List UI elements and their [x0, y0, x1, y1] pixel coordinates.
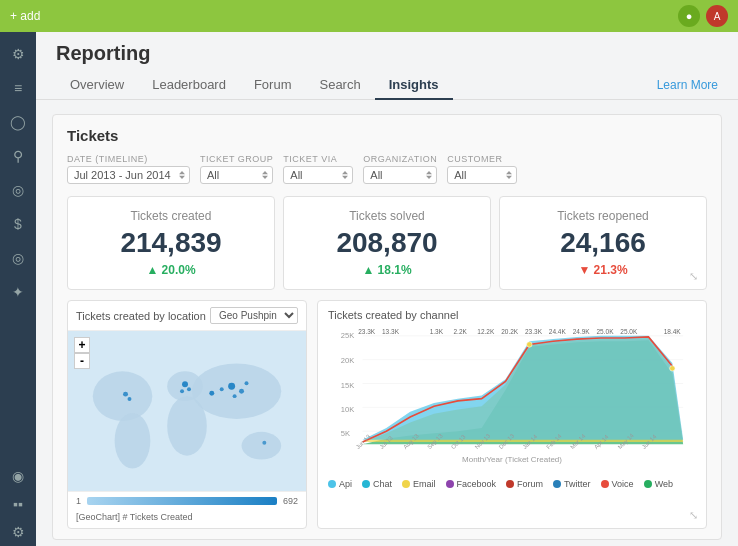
tickets-reopened-value: 24,166 — [514, 227, 692, 259]
date-filter-label: DATE (TIMELINE) — [67, 154, 190, 164]
tab-forum[interactable]: Forum — [240, 71, 306, 100]
customer-select[interactable]: All — [447, 166, 517, 184]
layout: ⚙ ≡ ◯ ⚲ ◎ $ ◎ ✦ ◉ ▪▪ ⚙ Reporting Overvie… — [0, 32, 738, 546]
sidebar-circle-icon[interactable]: ◎ — [4, 244, 32, 272]
tickets-title: Tickets — [67, 127, 707, 144]
tickets-reopened-card: Tickets reopened 24,166 ▼ 21.3% ⤡ — [499, 196, 707, 290]
svg-text:1.3K: 1.3K — [430, 328, 444, 335]
svg-point-13 — [233, 394, 237, 398]
legend-api: Api — [328, 479, 352, 489]
date-filter-group: DATE (TIMELINE) Jul 2013 - Jun 2014 — [67, 154, 190, 184]
sidebar-gear-icon[interactable]: ⚙ — [4, 518, 32, 546]
sidebar-globe-icon[interactable]: ◎ — [4, 176, 32, 204]
tickets-solved-change: ▲ 18.1% — [298, 263, 476, 277]
channel-chart-area: 25K 20K 15K 10K 5K — [328, 325, 696, 475]
sidebar-settings-icon[interactable]: ⚙ — [4, 40, 32, 68]
tickets-solved-label: Tickets solved — [298, 209, 476, 223]
sidebar-users-icon[interactable]: ◯ — [4, 108, 32, 136]
legend-web-dot — [644, 480, 652, 488]
svg-point-16 — [209, 391, 214, 396]
legend-email-label: Email — [413, 479, 436, 489]
ticket-via-select[interactable]: All — [283, 166, 353, 184]
tickets-section: Tickets DATE (TIMELINE) Jul 2013 - Jun 2… — [52, 114, 722, 540]
svg-text:2.2K: 2.2K — [454, 328, 468, 335]
svg-text:15K: 15K — [341, 381, 354, 390]
sidebar-bar-icon[interactable]: ▪▪ — [4, 490, 32, 518]
legend-email: Email — [402, 479, 436, 489]
ticket-group-filter-group: TICKET GROUP All — [200, 154, 273, 184]
sidebar-chart-icon[interactable]: ◉ — [4, 462, 32, 490]
tab-insights[interactable]: Insights — [375, 71, 453, 100]
svg-text:12.2K: 12.2K — [477, 328, 495, 335]
legend-web-label: Web — [655, 479, 673, 489]
svg-text:24.4K: 24.4K — [549, 328, 567, 335]
map-legend: 1 692 — [68, 491, 306, 510]
sidebar-star-icon[interactable]: ✦ — [4, 278, 32, 306]
map-zoom-out[interactable]: - — [74, 353, 90, 369]
svg-point-4 — [192, 363, 281, 419]
avatar[interactable]: A — [706, 5, 728, 27]
tickets-created-card: Tickets created 214,839 ▲ 20.0% — [67, 196, 275, 290]
tab-leaderboard[interactable]: Leaderboard — [138, 71, 240, 100]
ticket-via-filter-group: TICKET VIA All — [283, 154, 353, 184]
ticket-group-label: TICKET GROUP — [200, 154, 273, 164]
sidebar-search-icon[interactable]: ⚲ — [4, 142, 32, 170]
map-panel: Tickets created by location Geo Pushpin … — [67, 300, 307, 529]
organization-label: ORGANIZATION — [363, 154, 437, 164]
map-zoom-in[interactable]: + — [74, 337, 90, 353]
legend-api-dot — [328, 480, 336, 488]
legend-twitter-dot — [553, 480, 561, 488]
ticket-group-select[interactable]: All — [200, 166, 273, 184]
map-type-select[interactable]: Geo Pushpin — [210, 307, 298, 324]
map-header: Tickets created by location Geo Pushpin — [68, 301, 306, 331]
svg-text:25.0K: 25.0K — [620, 328, 638, 335]
map-zoom-controls: + - — [74, 337, 90, 369]
sidebar-money-icon[interactable]: $ — [4, 210, 32, 238]
content-area: Tickets DATE (TIMELINE) Jul 2013 - Jun 2… — [36, 100, 738, 546]
sidebar-menu-icon[interactable]: ≡ — [4, 74, 32, 102]
legend-voice-dot — [601, 480, 609, 488]
add-button[interactable]: + add — [10, 9, 40, 23]
legend-voice: Voice — [601, 479, 634, 489]
tab-search[interactable]: Search — [305, 71, 374, 100]
svg-point-10 — [180, 389, 184, 393]
organization-filter-group: ORGANIZATION All — [363, 154, 437, 184]
organization-select[interactable]: All — [363, 166, 437, 184]
map-legend-max: 692 — [283, 496, 298, 506]
tab-overview[interactable]: Overview — [56, 71, 138, 100]
main-content: Reporting Overview Leaderboard Forum Sea… — [36, 32, 738, 546]
world-map-svg — [68, 331, 306, 491]
tickets-created-change: ▲ 20.0% — [82, 263, 260, 277]
expand-icon[interactable]: ⤡ — [689, 270, 698, 283]
svg-point-29 — [670, 366, 675, 371]
chart-expand-icon[interactable]: ⤡ — [689, 509, 698, 522]
tabs-left: Overview Leaderboard Forum Search Insigh… — [56, 71, 453, 99]
svg-point-1 — [115, 413, 151, 469]
map-legend-bar — [87, 497, 277, 505]
legend-facebook-label: Facebook — [457, 479, 497, 489]
svg-text:5K: 5K — [341, 429, 350, 438]
topbar-icons: ● A — [678, 5, 728, 27]
tickets-solved-value: 208,870 — [298, 227, 476, 259]
stats-row: Tickets created 214,839 ▲ 20.0% Tickets … — [67, 196, 707, 290]
svg-point-11 — [228, 383, 235, 390]
date-filter-select[interactable]: Jul 2013 - Jun 2014 — [67, 166, 190, 184]
tickets-solved-card: Tickets solved 208,870 ▲ 18.1% — [283, 196, 491, 290]
chart-x-label: Month/Year (Ticket Created) — [328, 455, 696, 464]
svg-point-9 — [187, 387, 191, 391]
map-legend-min: 1 — [76, 496, 81, 506]
help-icon[interactable]: ● — [678, 5, 700, 27]
legend-forum-dot — [506, 480, 514, 488]
chart-legend: Api Chat Email — [328, 479, 696, 489]
svg-point-0 — [93, 371, 152, 421]
learn-more-link[interactable]: Learn More — [657, 78, 718, 92]
svg-point-12 — [239, 389, 244, 394]
legend-twitter-label: Twitter — [564, 479, 591, 489]
page-title: Reporting — [56, 42, 150, 65]
legend-facebook: Facebook — [446, 479, 497, 489]
svg-point-28 — [527, 342, 532, 347]
svg-point-15 — [220, 387, 224, 391]
svg-point-6 — [123, 392, 128, 397]
map-title: Tickets created by location — [76, 310, 206, 322]
tickets-created-label: Tickets created — [82, 209, 260, 223]
